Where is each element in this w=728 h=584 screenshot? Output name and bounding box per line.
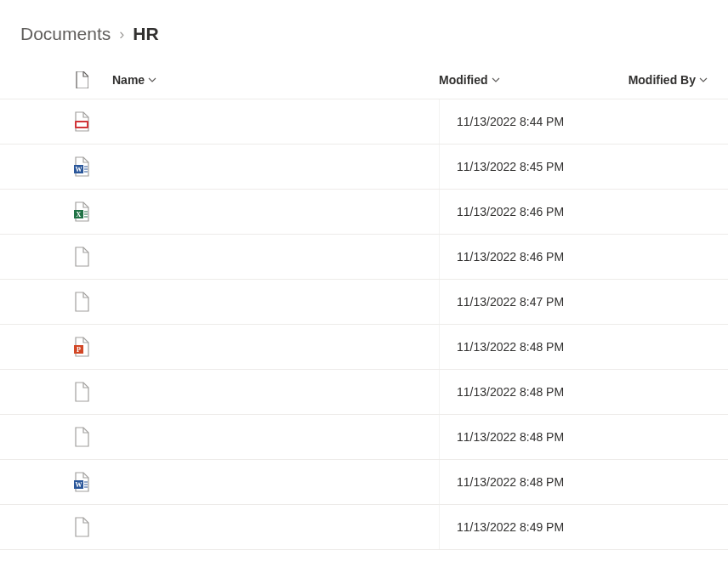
file-type-cell xyxy=(61,292,102,312)
generic-file-icon xyxy=(73,517,90,537)
modified-label: 11/13/2022 8:48 PM xyxy=(457,340,564,354)
name-header-label: Name xyxy=(112,73,145,87)
modifiedby-column-header[interactable]: Modified By xyxy=(609,72,728,88)
file-table: Name Modified Modified By xyxy=(0,65,728,550)
modified-label: 11/13/2022 8:46 PM xyxy=(457,205,564,218)
modified-cell: 11/13/2022 8:48 PM xyxy=(439,460,609,504)
file-type-cell xyxy=(61,517,102,537)
excel-file-icon xyxy=(73,201,90,222)
chevron-down-icon xyxy=(699,77,708,82)
table-row[interactable]: 11/13/2022 8:48 PM xyxy=(0,415,728,460)
table-row[interactable]: 11/13/2022 8:48 PM xyxy=(0,460,728,505)
table-row[interactable]: 11/13/2022 8:49 PM xyxy=(0,505,728,550)
file-type-cell xyxy=(61,247,102,267)
modified-label: 11/13/2022 8:46 PM xyxy=(457,250,564,264)
name-column-header[interactable]: Name xyxy=(102,72,439,88)
word-file-icon xyxy=(73,156,90,177)
modified-cell: 11/13/2022 8:48 PM xyxy=(439,370,609,414)
modified-label: 11/13/2022 8:45 PM xyxy=(457,160,564,173)
modified-cell: 11/13/2022 8:44 PM xyxy=(439,99,609,144)
table-row[interactable]: 11/13/2022 8:48 PM xyxy=(0,370,728,415)
modified-cell: 11/13/2022 8:45 PM xyxy=(439,145,609,189)
generic-file-icon xyxy=(73,427,90,447)
pdf-file-icon xyxy=(73,111,90,132)
word-file-icon xyxy=(73,472,90,492)
table-row[interactable]: 11/13/2022 8:48 PM xyxy=(0,325,728,370)
chevron-down-icon xyxy=(148,77,156,82)
modified-label: 11/13/2022 8:47 PM xyxy=(457,295,564,309)
table-header-row: Name Modified Modified By xyxy=(0,65,728,99)
table-body: 11/13/2022 8:44 PM 11/13/2022 8:45 PM 11… xyxy=(0,99,728,550)
breadcrumb-current[interactable]: HR xyxy=(133,24,158,44)
modified-column-header[interactable]: Modified xyxy=(439,72,609,88)
table-row[interactable]: 11/13/2022 8:47 PM xyxy=(0,280,728,325)
table-row[interactable]: 11/13/2022 8:44 PM xyxy=(0,99,728,145)
file-type-column-header[interactable] xyxy=(61,71,102,88)
file-type-cell xyxy=(61,382,102,402)
modified-header-label: Modified xyxy=(439,73,488,87)
file-type-cell xyxy=(61,201,102,222)
generic-file-icon xyxy=(73,382,90,402)
file-type-cell xyxy=(61,111,102,132)
modified-label: 11/13/2022 8:48 PM xyxy=(457,430,564,444)
file-type-cell xyxy=(61,156,102,177)
modified-cell: 11/13/2022 8:47 PM xyxy=(439,280,609,324)
modifiedby-header-label: Modified By xyxy=(628,73,696,87)
generic-file-icon xyxy=(73,247,90,267)
breadcrumb-parent[interactable]: Documents xyxy=(20,24,111,44)
file-icon xyxy=(75,71,88,88)
breadcrumb: Documents › HR xyxy=(0,0,728,65)
modified-cell: 11/13/2022 8:48 PM xyxy=(439,325,609,369)
file-type-cell xyxy=(61,337,102,357)
modified-cell: 11/13/2022 8:46 PM xyxy=(439,235,609,279)
modified-label: 11/13/2022 8:48 PM xyxy=(457,385,564,399)
modified-label: 11/13/2022 8:44 PM xyxy=(457,115,564,128)
chevron-down-icon xyxy=(492,77,500,82)
modified-cell: 11/13/2022 8:46 PM xyxy=(439,190,609,234)
table-row[interactable]: 11/13/2022 8:46 PM xyxy=(0,190,728,235)
file-type-cell xyxy=(61,427,102,447)
modified-cell: 11/13/2022 8:49 PM xyxy=(439,505,609,549)
main-container: Documents › HR Name Modified xyxy=(0,0,728,550)
powerpoint-file-icon xyxy=(73,337,90,357)
modified-cell: 11/13/2022 8:48 PM xyxy=(439,415,609,459)
table-row[interactable]: 11/13/2022 8:45 PM xyxy=(0,145,728,190)
table-row[interactable]: 11/13/2022 8:46 PM xyxy=(0,235,728,280)
generic-file-icon xyxy=(73,292,90,312)
file-type-cell xyxy=(61,472,102,492)
chevron-right-icon: › xyxy=(119,26,124,43)
modified-label: 11/13/2022 8:49 PM xyxy=(457,520,564,534)
modified-label: 11/13/2022 8:48 PM xyxy=(457,475,564,489)
